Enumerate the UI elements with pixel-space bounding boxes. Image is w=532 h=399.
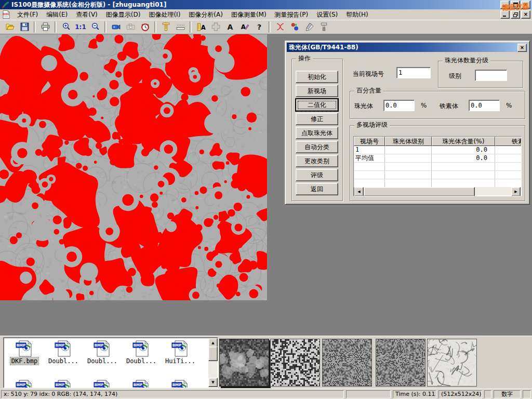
op-button-8[interactable]: 评级	[296, 169, 338, 181]
op-button-3[interactable]: 二值化	[296, 99, 338, 111]
file-browser[interactable]: BMPDKF.bmpBMPDoubl...BMPDoubl...BMPDoubl…	[3, 337, 218, 388]
measure-label-icon[interactable]: A	[194, 21, 208, 33]
toolbar-separator	[34, 21, 36, 33]
file-item[interactable]: BMP	[123, 379, 159, 388]
rating-table-cell	[385, 179, 432, 187]
thumbnail-3[interactable]	[322, 339, 372, 387]
caliper-icon[interactable]	[159, 21, 172, 33]
file-item[interactable]: BMPDoubl...	[45, 340, 82, 365]
hscroll-track[interactable]	[475, 187, 511, 195]
classify-icon[interactable]	[288, 21, 301, 33]
file-item[interactable]: BMPHuiTi...	[162, 340, 198, 365]
op-button-5[interactable]: 点取珠光体	[296, 127, 338, 139]
camera-capture-icon[interactable]	[124, 21, 137, 33]
hscroll-left-icon[interactable]: ◀	[354, 187, 364, 196]
rating-table-hscrollbar[interactable]: ◀ ▶	[354, 187, 521, 195]
text-label-icon[interactable]: A	[223, 21, 237, 33]
file-item[interactable]: BMPDoubl...	[123, 340, 159, 365]
rating-table-row[interactable]: 平均值0.0	[354, 154, 522, 163]
rating-table-row[interactable]	[354, 171, 522, 179]
save-icon[interactable]	[18, 21, 31, 33]
title-bar: IS100显微摄像系统(金相分析版) - [zhuguangti01] ×	[0, 0, 532, 9]
help-icon[interactable]: ?	[252, 21, 266, 33]
rating-table[interactable]: 视场号珠光体级别珠光体含量(%)铁素体 10.0平均值0.0 ◀ ▶	[353, 136, 522, 196]
rating-column-header[interactable]: 珠光体级别	[385, 137, 432, 146]
pen-tool-icon[interactable]	[302, 21, 316, 33]
file-item[interactable]: BMP	[6, 379, 43, 388]
menu-item-2[interactable]: 编辑(E)	[42, 10, 72, 19]
menu-item-5[interactable]: 图像处理(I)	[144, 10, 184, 19]
child-restore-icon[interactable]	[511, 10, 520, 19]
current-field-input[interactable]	[396, 67, 431, 78]
child-minimize-icon[interactable]	[500, 10, 510, 19]
thumbnail-4[interactable]	[376, 339, 425, 387]
thumbnail-2[interactable]	[270, 339, 320, 387]
vscroll-down-icon[interactable]: ▼	[208, 378, 218, 387]
file-item[interactable]: BMPDoubl...	[84, 340, 121, 365]
file-browser-vscrollbar[interactable]: ▲ ▼	[208, 338, 217, 387]
zoom-out-icon[interactable]	[88, 21, 102, 33]
rating-column-header[interactable]: 珠光体含量(%)	[432, 137, 495, 146]
menu-item-8[interactable]: 测量报告(P)	[271, 10, 313, 19]
menu-item-7[interactable]: 图像测量(M)	[227, 10, 271, 19]
document-icon: DOC	[2, 10, 11, 19]
rating-table-row[interactable]	[354, 163, 522, 171]
hscroll-right-icon[interactable]: ▶	[511, 187, 521, 196]
open-file-icon[interactable]	[3, 21, 17, 33]
file-item[interactable]: BMPDKF.bmp	[6, 340, 43, 365]
file-item[interactable]: BMP	[162, 379, 198, 388]
menu-item-9[interactable]: 设置(S)	[312, 10, 342, 19]
file-item[interactable]: BMP	[45, 379, 82, 388]
toolbar-separator	[104, 21, 107, 33]
menu-item-3[interactable]: 查看(V)	[72, 10, 102, 19]
minimize-icon[interactable]	[500, 1, 510, 9]
file-item[interactable]: BMP	[84, 379, 121, 388]
child-close-icon[interactable]: ×	[521, 10, 530, 19]
menu-item-6[interactable]: 图像分析(A)	[184, 10, 227, 19]
video-capture-icon[interactable]	[109, 21, 123, 33]
vscroll-thumb[interactable]	[208, 347, 218, 361]
op-button-7[interactable]: 更改类别	[296, 155, 338, 167]
rating-column-header[interactable]: 铁素体	[495, 137, 522, 146]
curve-tool-icon[interactable]	[273, 21, 287, 33]
dialog-title-bar[interactable]: 珠光体(GB/T9441-88) ×	[287, 43, 528, 52]
dialog-close-icon[interactable]: ×	[517, 44, 527, 52]
op-button-6[interactable]: 自动分类	[296, 141, 338, 153]
timer-icon[interactable]	[138, 21, 152, 33]
svg-text:BMP: BMP	[134, 383, 142, 387]
op-button-1[interactable]: 初始化	[296, 71, 338, 83]
edit-label-icon[interactable]: A	[238, 21, 251, 33]
svg-text:A: A	[241, 23, 245, 31]
brush-tool-icon[interactable]	[317, 21, 330, 33]
print-icon[interactable]	[38, 21, 52, 33]
file-name: Doubl...	[86, 357, 118, 365]
thumbnail-1[interactable]	[219, 339, 269, 387]
rating-table-row[interactable]: 10.0	[354, 146, 522, 154]
merge-icon[interactable]	[209, 21, 222, 33]
menu-item-1[interactable]: 文件(F)	[13, 10, 42, 19]
thumbnail-5[interactable]	[427, 339, 477, 387]
rating-table-cell	[432, 171, 495, 179]
svg-text:BMP: BMP	[56, 383, 64, 387]
op-button-4[interactable]: 修正	[296, 113, 338, 125]
op-button-9[interactable]: 返回	[296, 183, 338, 195]
hscroll-thumb[interactable]	[364, 187, 475, 196]
actual-size-icon[interactable]: 1:1	[74, 21, 87, 33]
rating-column-header[interactable]: 视场号	[354, 137, 385, 146]
rating-table-cell	[385, 163, 432, 170]
operations-group-label: 操作	[296, 55, 313, 62]
grade-input[interactable]	[475, 70, 507, 81]
ferrite-input[interactable]	[469, 100, 500, 111]
rating-table-cell	[495, 154, 522, 162]
close-icon[interactable]: ×	[521, 1, 530, 9]
zoom-in-icon[interactable]	[59, 21, 73, 33]
svg-text:BMP: BMP	[95, 383, 103, 387]
rating-table-row[interactable]	[354, 179, 522, 188]
ruler-icon[interactable]	[174, 21, 187, 33]
micrograph-image[interactable]	[0, 34, 267, 300]
menu-item-10[interactable]: 帮助(H)	[342, 10, 372, 19]
pearlite-input[interactable]	[383, 100, 415, 111]
op-button-2[interactable]: 新视场	[296, 85, 338, 97]
maximize-icon[interactable]	[511, 1, 520, 9]
menu-item-4[interactable]: 图像显示(D)	[102, 10, 145, 19]
